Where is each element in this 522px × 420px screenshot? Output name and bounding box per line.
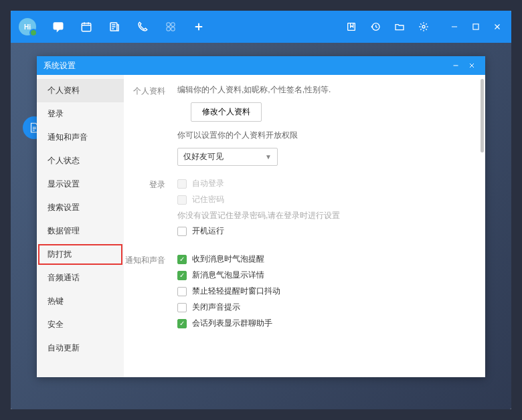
svg-rect-4	[167, 23, 170, 26]
sidebar-item-notify[interactable]: 通知和声音	[37, 126, 124, 149]
plus-icon[interactable]	[193, 21, 205, 33]
news-icon[interactable]	[108, 21, 120, 33]
sidebar-item-display[interactable]: 显示设置	[37, 173, 124, 196]
svg-rect-6	[167, 27, 170, 31]
checkbox-label: 关闭声音提示	[192, 302, 240, 313]
notification-option-row[interactable]: 收到消息时气泡提醒	[177, 253, 472, 265]
folder-icon[interactable]	[394, 21, 406, 33]
bookmark-square-icon[interactable]	[345, 21, 357, 33]
section-login: 登录 自动登录 记住密码 你没有设置记住登录密码,请在登录时进行设置 开机运行	[124, 178, 485, 241]
dialog-title-text: 系统设置	[44, 60, 76, 72]
edit-profile-button[interactable]: 修改个人资料	[191, 102, 262, 122]
checkbox[interactable]	[177, 287, 187, 296]
sidebar-item-profile[interactable]: 个人资料	[37, 79, 124, 102]
remember-pwd-row: 记住密码	[177, 194, 472, 205]
section-notification: 通知和声音 收到消息时气泡提醒新消息气泡显示详情禁止轻轻提醒时窗口抖动关闭声音提…	[124, 253, 485, 334]
privacy-select-value: 仅好友可见	[183, 151, 224, 163]
svg-rect-2	[82, 23, 91, 31]
svg-rect-5	[171, 23, 175, 26]
svg-rect-7	[171, 27, 175, 31]
startup-row[interactable]: 开机运行	[177, 225, 472, 237]
chat-balloon-icon[interactable]: H!	[52, 21, 64, 33]
window-controls	[448, 21, 503, 33]
scrollbar-thumb[interactable]	[481, 79, 484, 152]
dialog-minimize-icon[interactable]	[449, 59, 462, 72]
dialog-close-icon[interactable]	[465, 59, 478, 72]
checkbox-label: 收到消息时气泡提醒	[192, 253, 264, 265]
checkbox-startup[interactable]	[177, 227, 187, 236]
checkbox-label: 会话列表显示群聊助手	[192, 318, 272, 329]
notification-option-row[interactable]: 新消息气泡显示详情	[177, 270, 472, 281]
profile-desc: 编辑你的个人资料,如昵称,个性签名,性别等.	[177, 84, 472, 96]
notification-option-row[interactable]: 会话列表显示群聊助手	[177, 318, 472, 329]
sidebar-item-status[interactable]: 个人状态	[37, 149, 124, 173]
login-note: 你没有设置记住登录密码,请在登录时进行设置	[177, 210, 472, 221]
minimize-icon[interactable]	[448, 21, 460, 33]
checkbox-label: 新消息气泡显示详情	[192, 270, 264, 281]
dialog-body: 个人资料登录通知和声音个人状态显示设置搜索设置数据管理防打扰音频通话热键安全自动…	[37, 75, 485, 377]
history-icon[interactable]	[369, 21, 381, 33]
close-icon[interactable]	[491, 21, 503, 33]
dialog-titlebar: 系统设置	[37, 56, 485, 75]
checkbox-auto-login	[177, 179, 187, 189]
sidebar-item-audio[interactable]: 音频通话	[37, 266, 124, 290]
privacy-desc: 你可以设置你的个人资料开放权限	[177, 130, 472, 141]
toolbar-right	[345, 21, 503, 33]
user-avatar[interactable]: Hi	[19, 18, 36, 35]
svg-rect-11	[473, 24, 478, 29]
chevron-down-icon: ▼	[265, 153, 272, 161]
sidebar-item-hotkey[interactable]: 热键	[37, 290, 124, 313]
calendar-icon[interactable]	[80, 21, 92, 33]
sidebar-item-safe[interactable]: 安全	[37, 313, 124, 336]
settings-content[interactable]: 个人资料 编辑你的个人资料,如昵称,个性签名,性别等. 修改个人资料 你可以设置…	[124, 75, 485, 377]
checkbox[interactable]	[177, 319, 187, 328]
sidebar-item-search[interactable]: 搜索设置	[37, 196, 124, 219]
auto-login-label: 自动登录	[192, 178, 224, 189]
remember-pwd-label: 记住密码	[192, 194, 224, 205]
gear-icon[interactable]	[418, 21, 430, 33]
checkbox[interactable]	[177, 303, 187, 312]
settings-sidebar: 个人资料登录通知和声音个人状态显示设置搜索设置数据管理防打扰音频通话热键安全自动…	[37, 75, 124, 377]
notification-option-row[interactable]: 禁止轻轻提醒时窗口抖动	[177, 286, 472, 297]
auto-login-row: 自动登录	[177, 178, 472, 189]
privacy-select[interactable]: 仅好友可见 ▼	[177, 148, 278, 166]
main-toolbar: Hi H!	[11, 11, 511, 43]
apps-grid-icon[interactable]	[165, 21, 177, 33]
svg-point-10	[422, 25, 425, 28]
checkbox[interactable]	[177, 271, 187, 280]
sidebar-item-dnd[interactable]: 防打扰	[37, 243, 124, 266]
sidebar-item-data[interactable]: 数据管理	[37, 219, 124, 243]
section-label: 通知和声音	[124, 253, 177, 334]
sidebar-item-update[interactable]: 自动更新	[37, 336, 124, 360]
startup-label: 开机运行	[192, 225, 224, 237]
settings-dialog: 系统设置 个人资料登录通知和声音个人状态显示设置搜索设置数据管理防打扰音频通话热…	[37, 56, 485, 377]
sidebar-item-login[interactable]: 登录	[37, 102, 124, 126]
section-label: 登录	[124, 178, 177, 241]
phone-icon[interactable]	[137, 21, 149, 33]
section-profile: 个人资料 编辑你的个人资料,如昵称,个性签名,性别等. 修改个人资料 你可以设置…	[124, 84, 485, 166]
checkbox[interactable]	[177, 255, 187, 264]
section-label: 个人资料	[124, 84, 177, 166]
checkbox-remember-pwd	[177, 195, 187, 205]
checkbox-label: 禁止轻轻提醒时窗口抖动	[192, 286, 280, 297]
toolbar-left: Hi H!	[19, 18, 205, 35]
svg-text:H!: H!	[56, 24, 60, 28]
notification-option-row[interactable]: 关闭声音提示	[177, 302, 472, 313]
maximize-icon[interactable]	[470, 21, 482, 33]
